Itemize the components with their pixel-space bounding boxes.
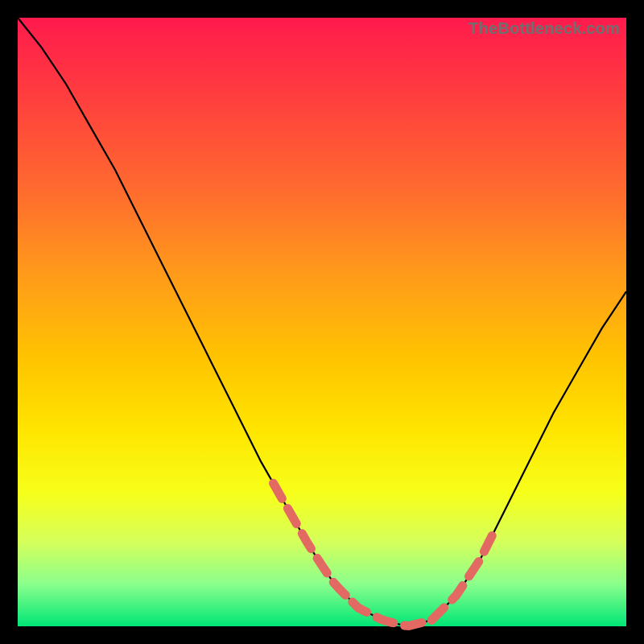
chart-frame: TheBottleneck.com <box>0 0 644 644</box>
plot-area: TheBottleneck.com <box>18 18 626 626</box>
highlight-left-slope <box>274 483 353 602</box>
chart-svg <box>18 18 626 626</box>
bottleneck-curve <box>18 18 626 626</box>
highlight-right-slope <box>431 535 493 621</box>
highlight-valley <box>353 602 431 626</box>
